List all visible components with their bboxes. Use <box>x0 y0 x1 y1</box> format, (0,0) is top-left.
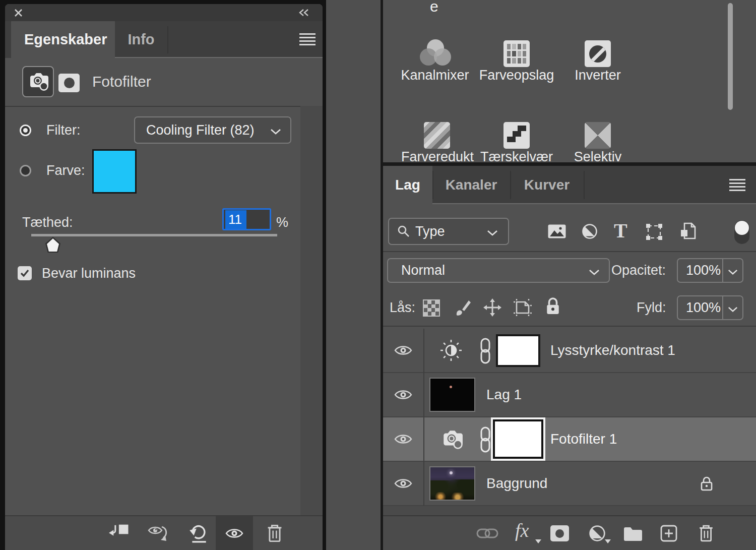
new-group-icon[interactable] <box>623 526 643 541</box>
eye-icon <box>225 527 244 540</box>
lock-all-icon[interactable] <box>545 296 561 317</box>
tab-kanaler[interactable]: Kanaler <box>432 166 510 204</box>
link-layers-icon[interactable] <box>476 527 498 539</box>
layers-tab-bar: Lag Kanaler Kurver <box>383 166 756 204</box>
layer-name[interactable]: Lag 1 <box>486 373 522 416</box>
eye-icon <box>394 433 413 446</box>
layer-mask-thumbnail-selected[interactable] <box>493 419 543 459</box>
layer-thumbnail[interactable] <box>429 466 475 501</box>
layer-lock-icon <box>700 476 714 492</box>
filter-type-layers-icon[interactable]: T <box>614 221 627 241</box>
properties-tab-bar: Egenskaber Info <box>5 21 323 58</box>
layer-row[interactable]: Baggrund <box>383 462 756 506</box>
tab-egenskaber[interactable]: Egenskaber <box>11 21 115 58</box>
tab-lag[interactable]: Lag <box>383 166 432 204</box>
opacity-input[interactable]: 100% <box>677 258 743 283</box>
search-icon <box>397 225 410 238</box>
layer-filter-toggle[interactable] <box>734 220 749 244</box>
fill-input[interactable]: 100% <box>677 295 743 320</box>
layer-filter-type-select[interactable]: Type <box>388 218 509 245</box>
layer-row[interactable]: Lag 1 <box>383 373 756 417</box>
density-label: Tæthed: <box>22 209 73 236</box>
brightness-contrast-icon <box>439 339 463 362</box>
filter-select[interactable]: Cooling Filter (82) <box>134 116 291 144</box>
threshold-icon[interactable] <box>503 122 530 149</box>
preserve-luminosity-label: Bevar luminans <box>42 260 136 287</box>
photoshop-workspace: Egenskaber Info Fotofilter Filter: Cooli… <box>0 0 756 550</box>
close-icon[interactable] <box>14 8 23 18</box>
color-radio[interactable] <box>20 165 31 176</box>
layer-thumbnail[interactable] <box>429 378 475 412</box>
blend-mode-select[interactable]: Normal <box>387 258 610 283</box>
delete-icon[interactable] <box>266 524 283 543</box>
clip-to-layer-icon[interactable] <box>109 523 130 542</box>
color-lookup-icon[interactable] <box>503 40 530 67</box>
posterize-icon[interactable] <box>424 122 450 149</box>
mask-button[interactable] <box>58 74 80 92</box>
opacity-label: Opacitet: <box>611 258 666 283</box>
link-mask-icon[interactable] <box>479 426 492 453</box>
layer-name[interactable]: Lysstyrke/kontrast 1 <box>550 329 675 372</box>
color-swatch[interactable] <box>92 149 137 194</box>
lock-label: Lås: <box>390 295 415 320</box>
adjustment-label[interactable]: Kanalmixer <box>395 68 475 83</box>
lock-transparency-icon[interactable] <box>423 299 440 317</box>
adjustment-title: Fotofilter <box>92 66 151 97</box>
scrollbar-thumb[interactable] <box>728 3 733 110</box>
layer-name[interactable]: Baggrund <box>486 462 547 505</box>
adjustment-label[interactable]: Farveopslag <box>476 68 557 83</box>
density-slider-track[interactable] <box>31 234 277 236</box>
panel-divider <box>381 162 756 166</box>
filter-label: Filter: <box>46 116 81 144</box>
mask-circle-icon <box>64 78 75 88</box>
filter-adjustment-layers-icon[interactable] <box>582 223 598 239</box>
lock-position-icon[interactable] <box>483 298 502 317</box>
filter-radio[interactable] <box>20 125 31 136</box>
reset-icon[interactable] <box>188 523 209 544</box>
tab-kurver[interactable]: Kurver <box>510 166 584 204</box>
new-layer-icon[interactable] <box>660 525 677 542</box>
filter-pixel-layers-icon[interactable] <box>547 224 566 239</box>
chevron-down-icon <box>589 269 600 276</box>
tabbar-edge <box>115 57 323 58</box>
layer-visibility-toggle[interactable] <box>383 417 423 461</box>
selective-color-icon[interactable] <box>585 122 611 149</box>
layer-row-selected[interactable]: Fotofilter 1 <box>383 417 756 462</box>
density-value-selected: 11 <box>225 210 246 229</box>
adjustment-label[interactable]: Inverter <box>557 68 638 83</box>
preserve-luminosity-checkbox[interactable] <box>18 266 32 280</box>
layer-name[interactable]: Fotofilter 1 <box>550 417 617 461</box>
add-adjustment-icon[interactable] <box>589 525 606 542</box>
layer-visibility-toggle[interactable] <box>383 373 423 416</box>
chevron-down-icon <box>270 129 281 135</box>
divider <box>5 106 323 107</box>
filter-smart-objects-icon[interactable] <box>679 222 697 241</box>
tab-info[interactable]: Info <box>115 21 167 58</box>
filter-shape-layers-icon[interactable] <box>645 223 663 241</box>
layer-row[interactable]: Lysstyrke/kontrast 1 <box>383 329 756 373</box>
density-slider-thumb[interactable] <box>45 237 60 253</box>
add-mask-icon[interactable] <box>550 525 569 541</box>
channel-mixer-icon[interactable] <box>420 39 451 68</box>
chevron-down-icon <box>487 230 498 236</box>
lock-pixels-icon[interactable] <box>454 297 473 318</box>
tab-divider <box>167 26 168 53</box>
toggle-visibility-button[interactable] <box>216 516 253 550</box>
delete-layer-icon[interactable] <box>698 524 714 543</box>
density-input[interactable]: 11 <box>222 208 271 230</box>
color-label: Farve: <box>46 157 85 184</box>
check-icon <box>20 269 30 278</box>
link-mask-icon[interactable] <box>479 338 492 364</box>
properties-menu-icon[interactable] <box>299 33 316 47</box>
lock-artboard-icon[interactable] <box>513 298 533 317</box>
layer-visibility-toggle[interactable] <box>383 462 423 505</box>
photo-filter-adjustment-button[interactable] <box>22 66 54 97</box>
layer-style-icon[interactable]: fx <box>515 519 529 541</box>
collapse-panel-icon[interactable] <box>298 9 309 17</box>
eye-icon <box>394 344 413 357</box>
layer-visibility-toggle[interactable] <box>383 329 423 372</box>
view-previous-state-icon[interactable] <box>147 524 171 543</box>
layers-menu-icon[interactable] <box>729 179 745 193</box>
layer-mask-thumbnail[interactable] <box>496 334 540 367</box>
invert-icon[interactable] <box>585 40 611 67</box>
